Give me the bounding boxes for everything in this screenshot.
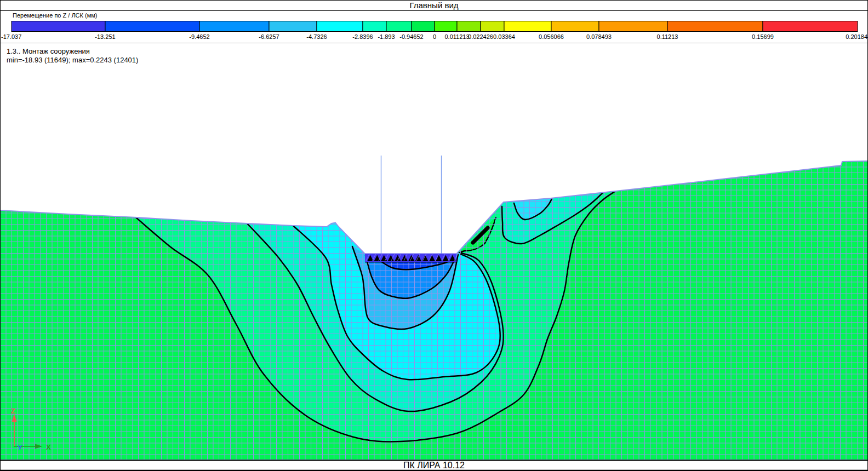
svg-text:Z: Z [11, 407, 15, 415]
svg-text:Перемещение по Z / ЛСК (мм): Перемещение по Z / ЛСК (мм) [13, 12, 97, 19]
svg-text:0.022426: 0.022426 [468, 33, 493, 40]
svg-text:0.056066: 0.056066 [539, 33, 564, 40]
svg-text:0.011213: 0.011213 [444, 33, 469, 40]
svg-text:0.20184: 0.20184 [846, 33, 867, 40]
svg-text:-13.251: -13.251 [95, 33, 115, 40]
svg-text:-1.893: -1.893 [378, 33, 395, 40]
svg-text:-6.6257: -6.6257 [259, 33, 279, 40]
svg-text:0.11213: 0.11213 [657, 33, 678, 40]
svg-text:-17.037: -17.037 [1, 33, 21, 40]
svg-text:-0.94652: -0.94652 [399, 33, 423, 40]
svg-text:1.3.. Монтаж сооружения: 1.3.. Монтаж сооружения [7, 47, 90, 55]
svg-text:Главный вид: Главный вид [409, 1, 458, 10]
svg-text:0.15699: 0.15699 [752, 33, 774, 40]
svg-text:ПК ЛИРА 10.12: ПК ЛИРА 10.12 [403, 461, 465, 470]
svg-text:Y: Y [18, 444, 22, 452]
svg-text:-4.7326: -4.7326 [306, 33, 327, 40]
svg-text:X: X [46, 443, 51, 451]
svg-text:0: 0 [433, 33, 436, 40]
svg-text:0.078493: 0.078493 [586, 33, 612, 40]
svg-text:-2.8396: -2.8396 [352, 33, 373, 40]
svg-text:-9.4652: -9.4652 [189, 33, 209, 40]
svg-text:min=-18.93 (11649); max=0.2243: min=-18.93 (11649); max=0.2243 (12401) [7, 56, 138, 64]
svg-text:0.03364: 0.03364 [493, 33, 515, 40]
